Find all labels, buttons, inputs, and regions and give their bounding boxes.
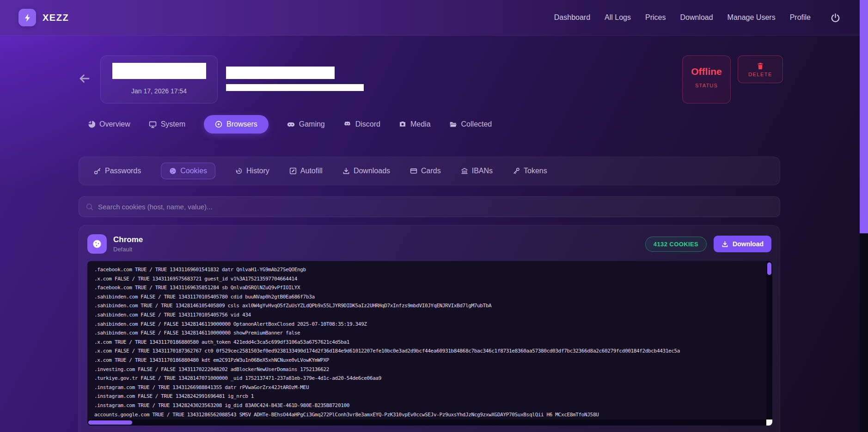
cookies-horizontal-scrollbar-thumb[interactable] xyxy=(88,420,132,425)
cookie-line: .sahibinden.com TRUE / TRUE 134281461054… xyxy=(94,301,766,310)
browser-card: Chrome Default 4132 COOKIES Download .fa… xyxy=(79,225,780,432)
browser-card-header: Chrome Default 4132 COOKIES Download xyxy=(87,233,771,255)
monitor-icon xyxy=(149,121,157,128)
search-input[interactable] xyxy=(98,203,773,211)
subtab-ibans[interactable]: IBANs xyxy=(461,167,493,175)
tab-gaming[interactable]: Gaming xyxy=(287,115,325,134)
subtab-label: Autofill xyxy=(300,167,323,175)
gamepad-icon xyxy=(287,121,295,128)
nav-item-all-logs[interactable]: All Logs xyxy=(605,13,631,22)
tab-browsers[interactable]: Browsers xyxy=(204,115,269,134)
page: XEZZ Dashboard All Logs Prices Download … xyxy=(0,0,868,432)
subtab-label: Cookies xyxy=(180,167,207,175)
cookie-line: .facebook.com TRUE / TRUE 13431169635851… xyxy=(94,283,766,292)
main-content: Jan 17, 2026 17:54 Offline STATUS DELETE… xyxy=(79,36,780,432)
subtab-cookies[interactable]: Cookies xyxy=(161,163,215,179)
bank-icon xyxy=(461,167,468,175)
subtabs-card: Passwords Cookies History Autofill xyxy=(79,157,780,185)
brand[interactable]: XEZZ xyxy=(18,9,69,26)
cookie-line: .sahibinden.com FALSE / FALSE 1342814611… xyxy=(94,320,766,329)
cookies-horizontal-scrollbar[interactable] xyxy=(87,420,766,426)
subtab-cards[interactable]: Cards xyxy=(410,167,441,175)
page-scrollbar-thumb[interactable] xyxy=(860,0,868,233)
status-value: Offline xyxy=(691,66,722,77)
download-icon xyxy=(721,241,728,248)
tab-discord[interactable]: Discord xyxy=(343,115,380,134)
key-icon xyxy=(94,167,101,175)
page-scrollbar[interactable] xyxy=(860,0,868,432)
browser-profile: Default xyxy=(113,246,143,253)
cookies-vertical-scrollbar-thumb[interactable] xyxy=(767,262,771,275)
cookies-viewer[interactable]: .facebook.com TRUE / TRUE 13431169601541… xyxy=(87,261,772,426)
nav-item-profile[interactable]: Profile xyxy=(790,13,811,22)
cookie-line: .sahibinden.com FALSE / FALSE 1342814611… xyxy=(94,329,766,338)
trash-icon xyxy=(756,62,764,70)
log-details xyxy=(226,67,364,91)
download-label: Download xyxy=(733,240,764,248)
tab-label: Collected xyxy=(461,120,492,128)
subtab-downloads[interactable]: Downloads xyxy=(342,167,390,175)
log-info-card: Jan 17, 2026 17:54 xyxy=(100,55,218,103)
redacted-block xyxy=(112,63,206,79)
nav-item-download[interactable]: Download xyxy=(680,13,713,22)
cookie-line: .instagram.com FALSE / TRUE 134282429916… xyxy=(94,392,766,401)
cookie-line: .turkiye.gov.tr FALSE / TRUE 13428147071… xyxy=(94,374,766,383)
nav-item-dashboard[interactable]: Dashboard xyxy=(554,13,590,22)
cookie-line: .instagram.com TRUE / TRUE 1342824302356… xyxy=(94,401,766,410)
subtab-passwords[interactable]: Passwords xyxy=(94,167,141,175)
credit-card-icon xyxy=(410,167,417,175)
cookie-line: .facebook.com TRUE / TRUE 13431169601541… xyxy=(94,265,766,274)
subtab-label: IBANs xyxy=(472,167,493,175)
cookie-icon xyxy=(169,167,177,175)
tab-media[interactable]: Media xyxy=(399,115,431,134)
nav-item-prices[interactable]: Prices xyxy=(645,13,666,22)
download-cookies-button[interactable]: Download xyxy=(714,236,771,252)
log-date: Jan 17, 2026 17:54 xyxy=(131,87,187,95)
nav-links: Dashboard All Logs Prices Download Manag… xyxy=(554,13,840,23)
browser-icon xyxy=(215,121,222,128)
cookies-count-badge: 4132 COOKIES xyxy=(645,237,707,252)
brand-name: XEZZ xyxy=(43,12,69,23)
tab-label: Overview xyxy=(99,120,130,128)
subtab-autofill[interactable]: Autofill xyxy=(289,167,323,175)
discord-icon xyxy=(343,121,351,128)
status-label: STATUS xyxy=(695,83,718,88)
tab-label: Gaming xyxy=(299,120,325,128)
cookie-line: .investing.com FALSE / FALSE 13431170222… xyxy=(94,365,766,374)
back-arrow-icon[interactable] xyxy=(79,73,91,85)
cookie-line: .x.com FALSE / TRUE 13431170187362767 ct… xyxy=(94,347,766,356)
search-bar xyxy=(79,196,780,217)
camera-icon xyxy=(399,121,406,128)
cookies-list: .facebook.com TRUE / TRUE 13431169601541… xyxy=(87,261,766,420)
pie-chart-icon xyxy=(88,121,95,128)
tabs-row: Overview System Browsers Gaming xyxy=(88,115,492,134)
cookie-line: accounts.google.com TRUE / TRUE 13431286… xyxy=(94,410,766,420)
delete-button[interactable]: DELETE xyxy=(738,55,783,83)
cookie-line: .instagram.com TRUE / TRUE 1343126698884… xyxy=(94,383,766,392)
nav-item-manage-users[interactable]: Manage Users xyxy=(727,13,776,22)
search-icon xyxy=(86,203,94,211)
pen-square-icon xyxy=(289,167,297,175)
navbar: XEZZ Dashboard All Logs Prices Download … xyxy=(0,0,860,36)
tab-overview[interactable]: Overview xyxy=(88,115,130,134)
subtab-history[interactable]: History xyxy=(235,167,269,175)
redacted-block xyxy=(226,67,335,79)
tab-collected[interactable]: Collected xyxy=(449,115,492,134)
lightning-icon xyxy=(23,13,32,22)
subtab-label: Downloads xyxy=(354,167,390,175)
tab-label: System xyxy=(161,120,185,128)
browser-titles: Chrome Default xyxy=(113,235,143,253)
subtab-tokens[interactable]: Tokens xyxy=(513,167,547,175)
tab-system[interactable]: System xyxy=(149,115,185,134)
tab-label: Discord xyxy=(355,120,380,128)
power-icon[interactable] xyxy=(831,13,840,23)
subtab-label: Tokens xyxy=(524,167,547,175)
scrollbar-corner xyxy=(766,420,772,426)
cookie-line: .x.com FALSE / TRUE 13431169575683721 gu… xyxy=(94,274,766,284)
status-card[interactable]: Offline STATUS xyxy=(682,55,731,103)
cookies-vertical-scrollbar[interactable] xyxy=(766,261,772,420)
subtab-label: History xyxy=(246,167,269,175)
cookie-line: .x.com TRUE / TRUE 13431170186880580 aut… xyxy=(94,338,766,347)
tab-label: Browsers xyxy=(226,120,257,128)
subtab-label: Passwords xyxy=(105,167,141,175)
